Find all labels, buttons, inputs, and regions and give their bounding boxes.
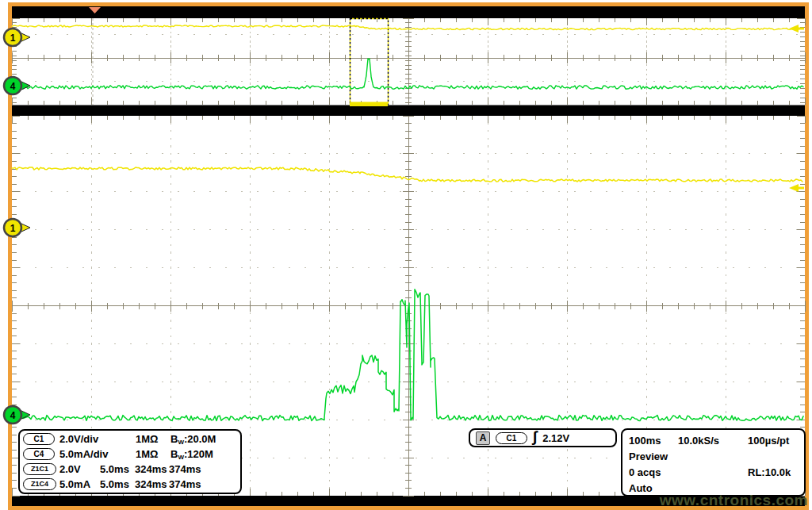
z1c4-timebase: 5.0ms — [100, 478, 135, 490]
z1c4-position: 324ms — [135, 478, 169, 490]
z1c1-scale: 2.0V — [59, 463, 100, 475]
resolution: 100µs/pt — [748, 435, 804, 447]
acquisition-count: 0 acqs — [629, 466, 748, 478]
trigger-readout-box[interactable]: A C1 ∫ 2.12V — [469, 428, 617, 447]
ch1-bandwidth: BW:20.0M — [170, 433, 239, 446]
overview-graticule — [12, 18, 805, 105]
overview-ch1-position-marker[interactable]: 1 — [4, 29, 30, 46]
z1c1-timebase: 5.0ms — [100, 463, 135, 475]
acquisition-status-row: Preview — [629, 448, 804, 464]
main-ch1-position-marker[interactable]: 1 — [4, 219, 30, 236]
z1c1-position: 324ms — [135, 463, 169, 475]
zoom1-ch4-readout-row: Z1C4 5.0mA 5.0ms 324ms 374ms — [21, 477, 239, 492]
panel-separator — [12, 105, 805, 117]
ch1-impedance: 1MΩ — [136, 433, 170, 445]
overview-ch4-position-marker[interactable]: 4 — [4, 77, 30, 94]
ch1-badge[interactable]: C1 — [23, 433, 55, 445]
trigger-source-badge[interactable]: C1 — [496, 432, 527, 444]
rising-edge-icon: ∫ — [533, 430, 537, 444]
trigger-level-arrow[interactable] — [789, 184, 804, 192]
overview-ch1-level-arrow[interactable] — [789, 25, 804, 33]
ch4-impedance: 1MΩ — [136, 448, 170, 460]
zoom1-ch1-readout-row: Z1C1 2.0V 5.0ms 324ms 374ms — [21, 462, 239, 477]
ch4-scale: 5.0mA/div — [59, 448, 136, 460]
svg-text:4: 4 — [10, 81, 16, 92]
trigger-mode-badge[interactable]: A — [476, 431, 490, 445]
horizontal-row: 100ms 10.0kS/s 100µs/pt — [629, 432, 804, 448]
oscilloscope-screen: 1414 C1 2.0V/div 1MΩ BW:20.0M C4 5.0mA/d… — [0, 0, 812, 510]
ch1-scale: 2.0V/div — [59, 433, 136, 445]
acquisition-count-row: 0 acqs RL:10.0k — [629, 464, 804, 480]
horizontal-readout-box[interactable]: 100ms 10.0kS/s 100µs/pt Preview 0 acqs R… — [621, 428, 806, 497]
zoom-window[interactable] — [350, 19, 389, 107]
timebase: 100ms — [629, 435, 678, 447]
watermark: www.cntronics.com — [660, 492, 808, 509]
vertical-readout-box: C1 2.0V/div 1MΩ BW:20.0M C4 5.0mA/div 1M… — [18, 429, 242, 494]
ch1-readout-row: C1 2.0V/div 1MΩ BW:20.0M — [21, 431, 239, 447]
z1c4-scale: 5.0mA — [59, 478, 100, 490]
main-ch4-trace — [12, 290, 803, 421]
svg-text:1: 1 — [10, 33, 16, 44]
record-length: RL:10.0k — [748, 466, 804, 478]
acquisition-status: Preview — [629, 451, 668, 462]
main-ch1-trace — [12, 167, 802, 182]
top-bar — [12, 6, 805, 18]
ch4-bandwidth: BW:120M — [170, 448, 239, 461]
zoom-window-bottom-bar — [350, 102, 388, 107]
z1c4-position2: 374ms — [169, 478, 239, 490]
acquisition-mode: Auto — [629, 482, 653, 494]
trigger-level: 2.12V — [542, 432, 569, 444]
z1c1-position2: 374ms — [169, 463, 239, 475]
ch4-readout-row: C4 5.0mA/div 1MΩ BW:120M — [21, 447, 239, 462]
ch4-badge[interactable]: C4 — [23, 448, 55, 460]
main-ch4-position-marker[interactable]: 4 — [4, 406, 30, 424]
z1c1-badge[interactable]: Z1C1 — [23, 463, 56, 475]
svg-text:4: 4 — [10, 410, 16, 421]
z1c4-badge[interactable]: Z1C4 — [23, 478, 56, 490]
overview-ch4-trace — [12, 59, 803, 89]
svg-text:1: 1 — [10, 223, 16, 234]
sample-rate: 10.0kS/s — [678, 435, 748, 447]
